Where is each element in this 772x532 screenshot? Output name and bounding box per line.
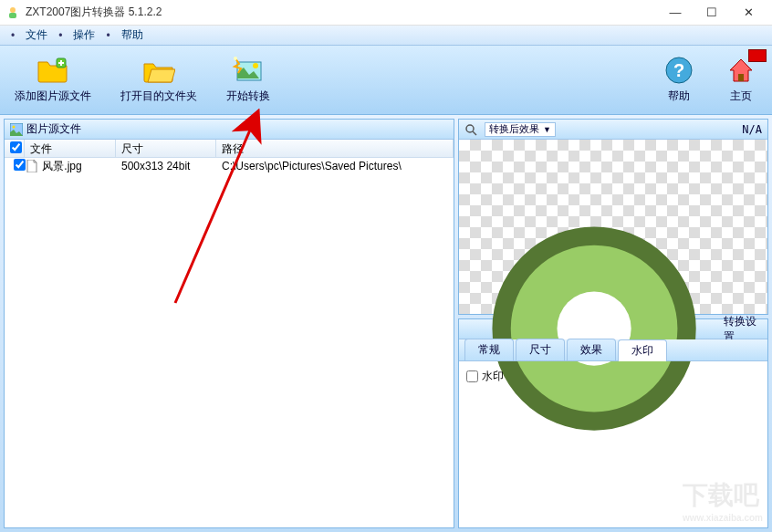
row-size: 500x313 24bit <box>116 160 216 172</box>
watermark-tab-content: 水印 <box>459 361 767 527</box>
start-convert-label: 开始转换 <box>226 89 270 104</box>
preview-status: N/A <box>742 123 762 136</box>
menu-operate[interactable]: 操作 <box>66 27 102 43</box>
svg-rect-1 <box>9 13 16 18</box>
select-all-checkbox[interactable] <box>10 141 22 153</box>
watermark-checkbox-label[interactable]: 水印 <box>466 369 760 384</box>
column-path[interactable]: 路径 <box>216 140 454 157</box>
svg-rect-8 <box>738 74 744 81</box>
image-icon <box>10 123 23 136</box>
titlebar: ZXT2007图片转换器 5.1.2.2 — ☐ ✕ <box>0 0 772 26</box>
open-dest-label: 打开目的文件夹 <box>120 89 197 104</box>
add-source-label: 添加图片源文件 <box>15 89 91 104</box>
tab-effect[interactable]: 效果 <box>567 339 616 360</box>
svg-point-11 <box>466 125 474 132</box>
row-filename: 风景.jpg <box>42 160 81 172</box>
column-file[interactable]: 文件 <box>25 140 116 157</box>
menubar: •文件 •操作 •帮助 <box>0 26 772 46</box>
page-icon <box>26 160 37 172</box>
help-label: 帮助 <box>668 89 690 104</box>
settings-panel: 转换设置 常规 尺寸 效果 水印 水印 <box>458 318 768 528</box>
source-list-header: 文件 尺寸 路径 <box>5 140 454 158</box>
watermark-checkbox-text: 水印 <box>482 369 504 384</box>
minimize-button[interactable]: — <box>657 2 694 24</box>
svg-point-4 <box>253 63 258 68</box>
help-icon: ? <box>662 56 695 85</box>
chevron-down-icon: ▼ <box>543 125 551 134</box>
svg-point-5 <box>234 57 237 60</box>
tab-size[interactable]: 尺寸 <box>516 339 565 360</box>
svg-point-10 <box>13 125 16 128</box>
toolbar: 添加图片源文件 打开目的文件夹 开始转换 ? 帮助 主页 <box>0 46 772 115</box>
magnifier-icon <box>464 123 477 136</box>
menu-file[interactable]: 文件 <box>18 27 55 43</box>
preview-mode-label: 转换后效果 <box>489 122 539 136</box>
source-panel: 图片源文件 文件 尺寸 路径 风景.jpg 500x313 24bit C:\U… <box>4 119 454 528</box>
help-button[interactable]: ? 帮助 <box>657 52 701 108</box>
maximize-button[interactable]: ☐ <box>694 2 730 24</box>
svg-text:?: ? <box>673 60 684 80</box>
open-dest-button[interactable]: 打开目的文件夹 <box>115 52 203 108</box>
menu-help[interactable]: 帮助 <box>114 27 151 43</box>
start-convert-button[interactable]: 开始转换 <box>221 52 276 108</box>
close-button[interactable]: ✕ <box>730 2 767 24</box>
source-panel-title: 图片源文件 <box>26 121 81 137</box>
home-label: 主页 <box>730 89 752 104</box>
column-size[interactable]: 尺寸 <box>116 140 216 157</box>
preview-mode-dropdown[interactable]: 转换后效果 ▼ <box>485 122 556 137</box>
tab-general[interactable]: 常规 <box>464 339 514 360</box>
folder-plus-icon <box>37 56 69 85</box>
app-icon <box>5 5 20 20</box>
window-title: ZXT2007图片转换器 5.1.2.2 <box>26 5 657 20</box>
svg-point-0 <box>10 7 16 13</box>
row-path: C:\Users\pc\Pictures\Saved Pictures\ <box>216 160 454 172</box>
folder-open-icon <box>142 56 175 85</box>
source-list[interactable]: 风景.jpg 500x313 24bit C:\Users\pc\Picture… <box>5 158 454 527</box>
watermark-checkbox[interactable] <box>466 370 478 382</box>
add-source-button[interactable]: 添加图片源文件 <box>9 52 97 108</box>
list-item[interactable]: 风景.jpg 500x313 24bit C:\Users\pc\Picture… <box>5 158 454 174</box>
convert-icon <box>232 56 265 85</box>
tab-watermark[interactable]: 水印 <box>618 339 667 361</box>
flag-icon <box>748 49 767 62</box>
